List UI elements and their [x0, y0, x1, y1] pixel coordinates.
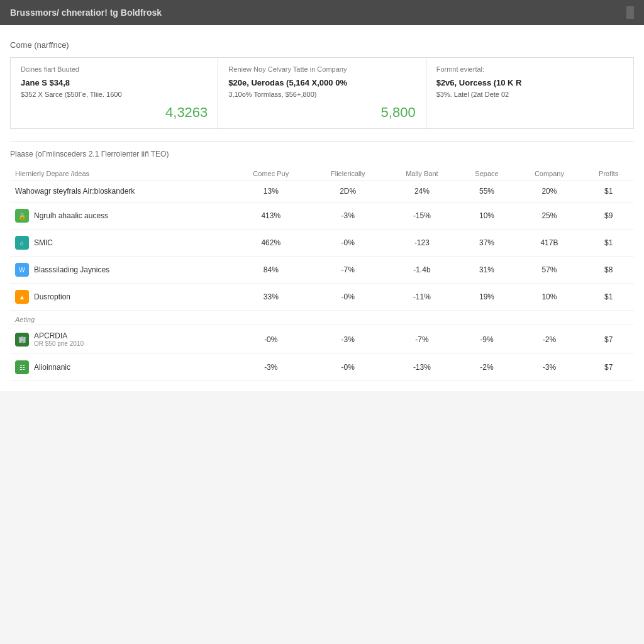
company-name: Alioinnanic	[34, 363, 70, 372]
cell-col5: 57%	[516, 257, 584, 284]
company-cell: 🏢APCRDIAOR $50 pne 2010	[10, 325, 232, 354]
cell-col6: $7	[583, 325, 634, 354]
company-cell: 🔒Ngrulh ahaalic aucess	[10, 203, 232, 230]
section-title: Come (narffnce)	[10, 40, 634, 50]
card-3-sub: $3%. Latel (2at Dete 02	[436, 89, 623, 100]
card-1-label: Dcines fiart Buuted	[21, 65, 208, 73]
cell-col4: 31%	[458, 257, 515, 284]
divider	[10, 142, 634, 142]
cell-col2: -0%	[310, 354, 386, 381]
cell-col3: -1.4b	[386, 257, 458, 284]
table-row: ⌂SMIC462%-0%-12337%417B$1	[10, 230, 634, 257]
table-row: ▲Dusroption33%-0%-11%19%10%$1	[10, 284, 634, 311]
company-name: SMIC	[34, 238, 53, 247]
cell-col1: 462%	[232, 230, 311, 257]
cell-col1: -3%	[232, 354, 311, 381]
cell-col6: $8	[583, 257, 634, 284]
cell-col6: $1	[583, 230, 634, 257]
cell-col2: -0%	[310, 230, 386, 257]
col-header-name: Hiernierly Depare /ideas	[10, 167, 232, 180]
card-3-label: Formnt eviertal:	[436, 65, 623, 73]
cell-col4: -2%	[458, 354, 515, 381]
cell-col1: 13%	[232, 180, 311, 203]
company-name: APCRDIA	[34, 331, 84, 340]
col-header-profits: Profits	[583, 167, 634, 180]
company-icon: ⌂	[15, 236, 29, 250]
cell-col5: 417B	[516, 230, 584, 257]
card-2-label: Reniew Noy Celvary Tatte in Company	[228, 65, 415, 73]
cell-col5: 10%	[516, 284, 584, 311]
card-3-main1: $2v6, Uorcess (10 K R	[436, 77, 623, 89]
cell-col2: -0%	[310, 284, 386, 311]
company-name: Dusroption	[34, 292, 70, 301]
card-1-number: 4,3263	[21, 104, 208, 121]
cell-col1: 84%	[232, 257, 311, 284]
col-header-5: Company	[516, 167, 584, 180]
company-name: Wahowagr steyfrals Air:bloskanderk	[15, 187, 135, 196]
card-2-number: 5,800	[228, 104, 415, 121]
company-icon: 🏢	[15, 333, 29, 347]
company-name: Blasssilading Jaynices	[34, 265, 109, 274]
cell-col6: $1	[583, 180, 634, 203]
company-icon: ☷	[15, 360, 29, 374]
cell-col5: 25%	[516, 203, 584, 230]
card-2-sub: 3,10o% Tormlass, $56+,800)	[228, 89, 415, 100]
cell-col4: -9%	[458, 325, 515, 354]
cell-col6: $9	[583, 203, 634, 230]
card-2-main1: $20e, Uerodas (5,164 X,000 0%	[228, 77, 415, 89]
cell-col4: 19%	[458, 284, 515, 311]
cell-col3: -15%	[386, 203, 458, 230]
cell-col6: $7	[583, 354, 634, 381]
table-row: ☷Alioinnanic-3%-0%-13%-2%-3%$7	[10, 354, 634, 381]
header-right-indicator	[626, 6, 634, 19]
cell-col3: -13%	[386, 354, 458, 381]
cell-col2: -3%	[310, 325, 386, 354]
cell-col6: $1	[583, 284, 634, 311]
company-cell: Wahowagr steyfrals Air:bloskanderk	[10, 180, 232, 203]
card-1-main1: Jane S $34,8	[21, 77, 208, 89]
card-1-sub: $352 X Sarce ($50Γe, Tliie. 1600	[21, 89, 208, 100]
cell-col4: 10%	[458, 203, 515, 230]
company-icon: W	[15, 263, 29, 277]
company-icon: ▲	[15, 290, 29, 304]
company-cell: ▲Dusroption	[10, 284, 232, 311]
table-row: 🔒Ngrulh ahaalic aucess413%-3%-15%10%25%$…	[10, 203, 634, 230]
cell-col3: -123	[386, 230, 458, 257]
col-header-2: Flielerically	[310, 167, 386, 180]
table-section-subtitle: Plaase (oΓmiinsceders 2.1 Γlerrolenter i…	[10, 150, 634, 158]
col-header-4: Sepace	[458, 167, 515, 180]
summary-cards: Dcines fiart Buuted Jane S $34,8 $352 X …	[10, 57, 634, 129]
cell-col5: 20%	[516, 180, 584, 203]
summary-card-2: Reniew Noy Celvary Tatte in Company $20e…	[218, 58, 426, 128]
cell-col4: 55%	[458, 180, 515, 203]
cell-col1: 413%	[232, 203, 311, 230]
cell-col1: -0%	[232, 325, 311, 354]
header-title: Brussmors/ chneratior! tg Boldfrosk	[10, 8, 162, 18]
main-content: Come (narffnce) Dcines fiart Buuted Jane…	[0, 25, 644, 391]
header-bar: Brussmors/ chneratior! tg Boldfrosk	[0, 0, 644, 25]
cell-col3: -7%	[386, 325, 458, 354]
company-sub: OR $50 pne 2010	[34, 340, 84, 347]
table-row: 🏢APCRDIAOR $50 pne 2010-0%-3%-7%-9%-2%$7	[10, 325, 634, 354]
cell-col2: -7%	[310, 257, 386, 284]
col-header-3: Mally Bant	[386, 167, 458, 180]
col-header-1: Comec Puy	[232, 167, 311, 180]
row-group-label: Aeting	[10, 311, 634, 325]
cell-col5: -2%	[516, 325, 584, 354]
cell-col3: 24%	[386, 180, 458, 203]
company-cell: ☷Alioinnanic	[10, 354, 232, 381]
company-cell: WBlasssilading Jaynices	[10, 257, 232, 284]
company-cell: ⌂SMIC	[10, 230, 232, 257]
table-row: WBlasssilading Jaynices84%-7%-1.4b31%57%…	[10, 257, 634, 284]
summary-card-1: Dcines fiart Buuted Jane S $34,8 $352 X …	[11, 58, 218, 128]
company-name: Ngrulh ahaalic aucess	[34, 211, 108, 220]
table-header-row: Hiernierly Depare /ideas Comec Puy Fliel…	[10, 167, 634, 180]
cell-col2: -3%	[310, 203, 386, 230]
cell-col4: 37%	[458, 230, 515, 257]
cell-col5: -3%	[516, 354, 584, 381]
company-icon: 🔒	[15, 209, 29, 223]
summary-card-3: Formnt eviertal: $2v6, Uorcess (10 K R $…	[426, 58, 633, 128]
cell-col1: 33%	[232, 284, 311, 311]
cell-col3: -11%	[386, 284, 458, 311]
data-table: Hiernierly Depare /ideas Comec Puy Fliel…	[10, 167, 634, 381]
